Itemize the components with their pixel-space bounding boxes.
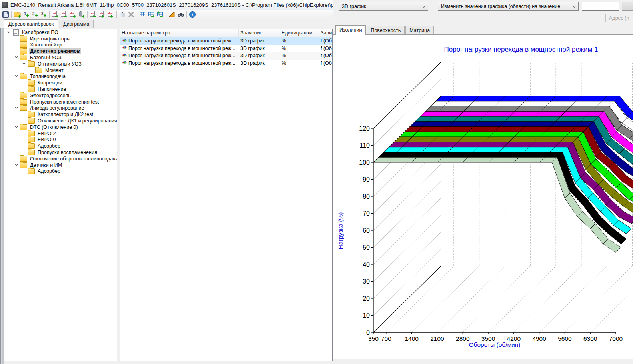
tree-item[interactable]: Катколлектор и ДК2 test (4, 111, 117, 118)
cell-units: % (280, 60, 319, 66)
tree-item[interactable]: Электродроссель (4, 92, 117, 99)
compare-windows-button[interactable] (118, 10, 127, 19)
tree-item-label: Катколлектор и ДК2 test (36, 112, 94, 117)
measure-button[interactable] (168, 10, 176, 19)
import-cs-button[interactable]: cs (89, 10, 98, 19)
tree-expander-icon[interactable] (14, 163, 19, 168)
tree-item[interactable]: Отключение оборотов топливоподачи (4, 156, 117, 162)
table-row[interactable]: Порог нагрузки перехода в мощностной реж… (120, 60, 332, 67)
cell-value: 3D график (239, 38, 280, 44)
tree-item[interactable]: Пропуски воспламенения (4, 149, 117, 156)
tree-item[interactable]: Коррекции (4, 80, 117, 86)
folder-icon (20, 156, 27, 162)
cut-disabled-button[interactable] (127, 10, 136, 19)
svg-text:dta: dta (70, 12, 74, 14)
col-header-units[interactable]: Единицы изм... (280, 29, 319, 37)
export-ori-button[interactable]: ori (51, 10, 60, 19)
col-header-value[interactable]: Значение (239, 29, 280, 37)
table-row[interactable]: Порог нагрузки перехода в мощностной реж… (120, 37, 332, 45)
tree-expander-icon[interactable] (14, 55, 19, 60)
tree-item[interactable]: ЕВРО-0 (4, 137, 117, 143)
chart-tab-Изолинии[interactable]: Изолинии (335, 25, 366, 35)
table-row[interactable]: Порог нагрузки перехода в мощностной реж… (120, 45, 332, 52)
chart-view-tab-bar: ИзолинииПоверхностьМатрица (335, 25, 435, 34)
add-slot-3-button[interactable]: 3 (39, 10, 48, 19)
search-binoculars-button[interactable] (176, 10, 185, 19)
value-input[interactable] (582, 2, 619, 11)
tree-item-label: ЕВРО-2 (36, 131, 57, 136)
info-button[interactable]: i (188, 10, 197, 19)
svg-text:60: 60 (363, 227, 370, 234)
tree-expander-icon[interactable] (14, 125, 19, 130)
tree-item[interactable]: Адсорбер (4, 168, 117, 175)
export-flash-button[interactable] (77, 10, 86, 19)
import-dta-button[interactable]: dta (106, 10, 115, 19)
tree-item-label: Диспетчер режимов (29, 48, 81, 54)
tree-expander-icon[interactable] (14, 74, 19, 79)
add-slot-1-button[interactable]: 1 (22, 10, 30, 19)
export-dta-button[interactable]: dta (68, 10, 77, 19)
table-row[interactable]: Порог нагрузки перехода в мощностной реж… (120, 52, 332, 60)
open-folder-add-button[interactable] (13, 10, 22, 19)
tree-item[interactable]: Пропуски воспламенения test (4, 99, 117, 105)
tree-expander-icon[interactable] (22, 62, 27, 66)
apply-button[interactable] (622, 2, 633, 11)
graph-editor-panel: 3D график Изменить значения графика (обл… (333, 0, 633, 364)
tree-item-label: Базовый УОЗ (29, 55, 62, 60)
table-import-button[interactable] (156, 10, 165, 19)
svg-text:7000: 7000 (609, 335, 623, 342)
view-mode-combo[interactable]: 3D график (339, 2, 428, 11)
folder-icon (28, 80, 35, 86)
cell-dependency: f (Обо (319, 53, 332, 58)
tree-item[interactable]: Холостой Ход (4, 42, 117, 48)
document-icon (13, 29, 19, 36)
save-button[interactable] (1, 10, 10, 19)
tree-item[interactable]: Топливоподача (4, 74, 117, 80)
tree-item[interactable]: Калибровки ПО (4, 29, 117, 36)
col-header-dependency[interactable]: Зависи (319, 29, 332, 37)
isoline-chart-svg[interactable]: 0102030405060708090100110120350700140021… (333, 35, 633, 359)
folder-icon (28, 118, 35, 124)
view-mode-combo-value: 3D график (342, 4, 366, 9)
edit-action-combo[interactable]: Изменить значения графика (области) на з… (438, 2, 579, 11)
table-export-button[interactable] (147, 10, 156, 19)
tree-item[interactable]: Базовый УОЗ (4, 54, 117, 61)
tree-item[interactable]: Идентификаторы (4, 36, 117, 42)
dock-edge-strip (0, 19, 4, 364)
toolbar-separator (137, 11, 137, 18)
cell-units: % (280, 38, 319, 44)
tree-item[interactable]: Адсорбер (4, 143, 117, 149)
folder-icon (20, 162, 27, 168)
panel-bottom-strip (333, 359, 633, 364)
tree-item[interactable]: Оптимальный УОЗ (4, 61, 117, 67)
svg-text:2: 2 (32, 12, 35, 16)
cell-value: 3D график (239, 60, 280, 66)
table-button[interactable] (138, 10, 147, 19)
tree-item-label: Топливоподача (29, 74, 67, 79)
isoline-chart[interactable]: 0102030405060708090100110120350700140021… (333, 34, 633, 359)
tree-item-label: Идентификаторы (29, 36, 72, 42)
tab-Диаграмма[interactable]: Диаграмма (59, 20, 94, 28)
tree-item[interactable]: Момент (4, 67, 117, 74)
import-bin-button[interactable]: bin (98, 10, 106, 19)
tab-Дерево калибровок[interactable]: Дерево калибровок (4, 19, 58, 28)
tree-item[interactable]: Наполнение (4, 86, 117, 92)
tree-item[interactable]: Диспетчер режимов (4, 48, 117, 54)
tree-expander-icon[interactable] (7, 30, 12, 35)
table-header: Название параметра Значение Единицы изм.… (120, 29, 332, 37)
col-header-parameter-name[interactable]: Название параметра (120, 29, 239, 37)
tree-expander-icon[interactable] (14, 106, 19, 110)
tree-item[interactable]: Лямбда-регулирование (4, 105, 117, 112)
toolbar-separator (116, 11, 117, 18)
tree-item[interactable]: Отключение ДК1 и регулирования (4, 118, 117, 124)
tree-item[interactable]: Датчики и ИМ (4, 162, 117, 168)
calibration-tree-panel[interactable]: Калибровки ПОИдентификаторыХолостой ХодД… (4, 29, 117, 361)
export-bin-button[interactable]: bin (60, 10, 68, 19)
cell-parameter-name: Порог нагрузки перехода в мощностной реж… (120, 53, 239, 59)
add-slot-2-button[interactable]: 2 (30, 10, 39, 19)
parameter-table-panel[interactable]: Название параметра Значение Единицы изм.… (120, 29, 333, 361)
chart-tab-Поверхность[interactable]: Поверхность (367, 26, 405, 35)
chart-tab-Матрица[interactable]: Матрица (405, 26, 434, 35)
tree-item[interactable]: ЕВРО-2 (4, 130, 117, 137)
tree-item[interactable]: DTC (Отключение 0) (4, 124, 117, 130)
